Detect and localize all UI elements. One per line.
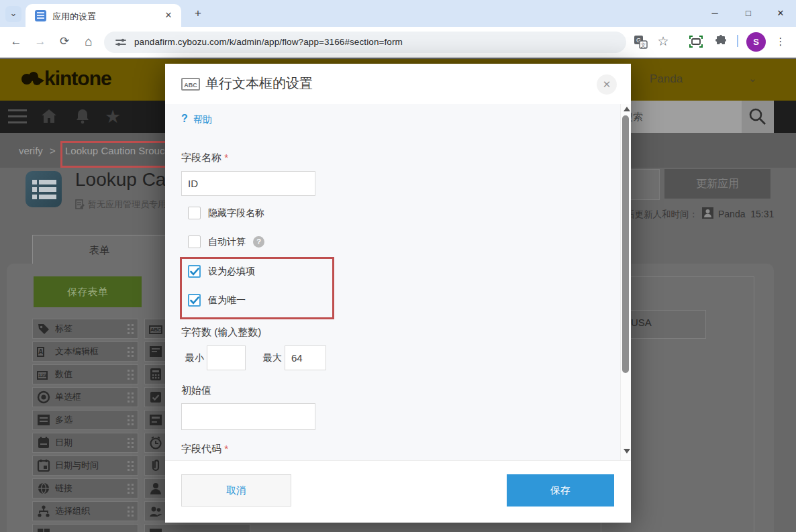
browser-tab[interactable]: 应用的设置 ✕ xyxy=(26,4,181,27)
last-updated-label: 后更新人和时间： xyxy=(626,209,698,221)
drag-handle-icon[interactable] xyxy=(128,392,134,403)
screen-capture-icon[interactable] xyxy=(689,35,703,51)
browser-menu-icon[interactable]: ⋮ xyxy=(774,34,787,50)
palette-item-richtext[interactable]: A 文本编辑框 xyxy=(32,341,138,362)
tag-icon xyxy=(37,322,50,335)
required-mark: * xyxy=(224,152,228,163)
table-icon xyxy=(37,527,50,532)
bookmark-star-icon[interactable]: ☆ xyxy=(655,34,671,50)
drag-handle-icon[interactable] xyxy=(128,507,134,517)
palette-item-number[interactable]: 123 数值 xyxy=(32,364,138,384)
dropdown-icon xyxy=(149,413,162,427)
form-canvas-field-value: USA xyxy=(631,317,652,328)
kintone-logo-icon xyxy=(19,68,46,93)
breadcrumb-separator: > xyxy=(50,145,56,156)
drag-handle-icon[interactable] xyxy=(128,415,134,426)
extensions-puzzle-icon[interactable] xyxy=(714,35,728,51)
initial-value-input[interactable] xyxy=(181,403,315,430)
drag-handle-icon[interactable] xyxy=(128,461,134,472)
tab-close-icon[interactable]: ✕ xyxy=(162,9,175,21)
kintone-logo-text[interactable]: kintone xyxy=(44,67,111,90)
abc-icon: ABC xyxy=(149,322,162,335)
auto-calc-row[interactable]: 自动计算 ? xyxy=(188,235,264,248)
palette-item-partial[interactable] xyxy=(32,524,138,532)
palette-item-partial-right[interactable] xyxy=(144,524,250,532)
drag-handle-icon[interactable] xyxy=(128,370,134,380)
palette-item-multiselect[interactable]: 多选 xyxy=(32,410,138,430)
scrollbar-up-icon[interactable] xyxy=(624,107,630,111)
home-button[interactable]: ⌂ xyxy=(81,34,97,50)
paperclip-icon xyxy=(149,459,162,472)
person-icon xyxy=(149,482,162,495)
site-info-icon[interactable] xyxy=(114,36,128,52)
new-tab-button[interactable]: + xyxy=(191,6,205,21)
url-text[interactable]: pandafirm.cybozu.com/k/admin/app/flow?ap… xyxy=(134,37,403,47)
palette-item-date[interactable]: 日期 xyxy=(32,433,138,453)
note-icon xyxy=(75,199,85,212)
palette-item-label-field[interactable]: 标签 xyxy=(32,319,138,339)
update-app-button[interactable]: 更新应用 xyxy=(664,169,770,199)
org-tree-icon xyxy=(37,504,50,518)
field-name-input[interactable] xyxy=(181,171,315,196)
window-minimize-button[interactable]: ─ xyxy=(705,5,725,21)
drag-handle-icon[interactable] xyxy=(128,324,134,335)
updated-user-icon xyxy=(702,207,713,219)
multi-list-icon xyxy=(37,413,50,427)
max-label: 最大 xyxy=(263,352,282,364)
search-button[interactable] xyxy=(742,101,774,133)
checkbox-icon xyxy=(149,390,162,404)
back-button[interactable]: ← xyxy=(8,34,24,50)
reload-button[interactable]: ⟳ xyxy=(56,34,72,50)
calendar-time-icon xyxy=(37,459,50,472)
window-close-button[interactable]: ✕ xyxy=(770,5,791,21)
field-settings-dialog: ABC 单行文本框的设置 ✕ ? 帮助 字段名称 * 隐藏字段名称 自动计算 ?… xyxy=(165,64,631,523)
text-editor-icon: A xyxy=(37,345,50,358)
drag-handle-icon[interactable] xyxy=(128,438,134,449)
palette-item-link[interactable]: 链接 xyxy=(32,478,138,498)
save-button[interactable]: 保存 xyxy=(507,474,614,507)
nav-bell-icon[interactable] xyxy=(74,107,91,127)
hide-field-name-checkbox[interactable] xyxy=(188,207,201,219)
nav-star-icon[interactable]: ★ xyxy=(105,106,121,127)
tab-search-chevron-icon[interactable]: ⌄ xyxy=(5,6,21,22)
globe-icon xyxy=(37,482,50,495)
cancel-button[interactable]: 取消 xyxy=(181,474,291,507)
app-icon xyxy=(26,171,62,207)
radio-button-icon xyxy=(37,390,50,404)
drag-handle-icon[interactable] xyxy=(128,484,134,494)
scrollbar-down-icon[interactable] xyxy=(624,449,630,454)
dialog-title: 单行文本框的设置 xyxy=(205,74,313,93)
dialog-close-icon[interactable]: ✕ xyxy=(597,74,617,95)
header-user-name[interactable]: Panda xyxy=(650,72,683,86)
table-icon xyxy=(149,527,162,532)
breadcrumb-app-group[interactable]: verify xyxy=(19,145,43,156)
tab-form[interactable]: 表单 xyxy=(32,235,166,265)
field-name-label: 字段名称 * xyxy=(181,152,228,164)
profile-avatar[interactable]: S xyxy=(746,32,766,52)
max-chars-input[interactable] xyxy=(285,345,326,370)
help-question-icon: ? xyxy=(181,113,188,125)
window-maximize-button[interactable]: □ xyxy=(738,5,758,21)
min-chars-input[interactable] xyxy=(207,345,246,370)
annotation-box-checkboxes xyxy=(180,257,334,319)
translate-icon[interactable]: G文 xyxy=(634,35,648,52)
forward-button[interactable]: → xyxy=(32,34,48,50)
nav-home-icon[interactable] xyxy=(40,107,58,127)
palette-item-org-select[interactable]: 选择组织 xyxy=(32,501,138,521)
auto-calc-checkbox[interactable] xyxy=(188,235,201,248)
palette-item-radio[interactable]: 单选框 xyxy=(32,387,138,407)
single-line-text-icon: ABC xyxy=(181,78,200,91)
annotation-box-breadcrumb xyxy=(60,141,172,168)
help-link[interactable]: 帮助 xyxy=(193,114,212,126)
min-label: 最小 xyxy=(185,352,204,364)
header-user-chevron-icon[interactable]: ⌄ xyxy=(748,72,757,85)
clock-icon xyxy=(149,436,162,449)
auto-calc-help-icon[interactable]: ? xyxy=(253,236,264,248)
dialog-scrollbar-thumb[interactable] xyxy=(622,115,629,373)
save-form-button[interactable]: 保存表单 xyxy=(34,276,142,307)
hamburger-menu-icon[interactable] xyxy=(8,109,27,123)
updated-user-name: Panda xyxy=(718,209,745,219)
drag-handle-icon[interactable] xyxy=(128,347,134,358)
palette-item-datetime[interactable]: 日期与时间 xyxy=(32,456,138,476)
hide-field-name-row[interactable]: 隐藏字段名称 xyxy=(188,207,264,219)
